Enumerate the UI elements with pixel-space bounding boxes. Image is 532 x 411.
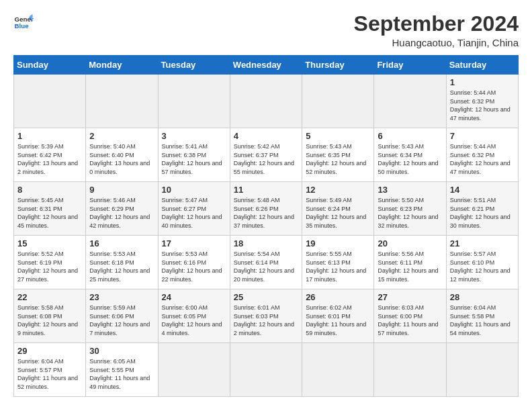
day-info: Sunrise: 5:52 AMSunset: 6:19 PMDaylight:… (17, 250, 82, 283)
calendar-cell (302, 343, 374, 397)
calendar-cell (446, 343, 518, 397)
day-info: Sunrise: 5:56 AMSunset: 6:11 PMDaylight:… (378, 250, 442, 283)
day-info: Sunrise: 5:45 AMSunset: 6:31 PMDaylight:… (17, 196, 82, 230)
calendar-cell: 6 Sunrise: 5:43 AMSunset: 6:34 PMDayligh… (374, 128, 446, 182)
day-info: Sunrise: 5:53 AMSunset: 6:16 PMDaylight:… (162, 250, 226, 283)
day-number: 5 (306, 131, 370, 141)
weekday-header: Saturday (446, 56, 518, 75)
weekday-header: Thursday (302, 56, 374, 75)
day-number: 28 (450, 292, 515, 302)
calendar-cell: 12 Sunrise: 5:49 AMSunset: 6:24 PMDaylig… (302, 182, 374, 236)
day-info: Sunrise: 6:00 AMSunset: 6:05 PMDaylight:… (162, 304, 226, 337)
weekday-header: Tuesday (158, 56, 230, 75)
calendar-cell (158, 75, 230, 128)
calendar-cell: 26 Sunrise: 6:02 AMSunset: 6:01 PMDaylig… (302, 289, 374, 343)
day-number: 12 (306, 185, 370, 195)
day-number: 23 (89, 292, 154, 302)
title-block: September 2024 Huangcaotuo, Tianjin, Chi… (354, 12, 519, 48)
day-info: Sunrise: 5:47 AMSunset: 6:27 PMDaylight:… (162, 196, 226, 230)
calendar-cell: 16 Sunrise: 5:53 AMSunset: 6:18 PMDaylig… (86, 236, 158, 289)
day-number: 13 (378, 185, 442, 195)
month-title: September 2024 (354, 12, 519, 36)
calendar-cell (14, 75, 86, 128)
header-row: SundayMondayTuesdayWednesdayThursdayFrid… (14, 56, 519, 75)
day-number: 25 (234, 292, 298, 302)
day-number: 27 (378, 292, 442, 302)
day-info: Sunrise: 5:42 AMSunset: 6:37 PMDaylight:… (234, 142, 298, 176)
calendar-cell: 5 Sunrise: 5:43 AMSunset: 6:35 PMDayligh… (302, 128, 374, 182)
day-number: 30 (89, 346, 154, 356)
day-number: 8 (17, 185, 82, 195)
weekday-header: Sunday (14, 56, 86, 75)
day-info: Sunrise: 5:50 AMSunset: 6:23 PMDaylight:… (378, 196, 442, 230)
calendar-cell: 14 Sunrise: 5:51 AMSunset: 6:21 PMDaylig… (446, 182, 518, 236)
calendar-cell (230, 343, 302, 397)
day-info: Sunrise: 5:44 AMSunset: 6:32 PMDaylight:… (450, 142, 515, 176)
logo: General Blue (13, 12, 34, 32)
calendar-table: SundayMondayTuesdayWednesdayThursdayFrid… (13, 55, 519, 397)
day-info: Sunrise: 5:54 AMSunset: 6:14 PMDaylight:… (234, 250, 298, 283)
calendar-cell: 11 Sunrise: 5:48 AMSunset: 6:26 PMDaylig… (230, 182, 302, 236)
day-number: 17 (162, 238, 226, 248)
calendar-cell: 28 Sunrise: 6:04 AMSunset: 5:58 PMDaylig… (446, 289, 518, 343)
day-info: Sunrise: 5:46 AMSunset: 6:29 PMDaylight:… (89, 196, 154, 230)
calendar-cell: 29 Sunrise: 6:04 AMSunset: 5:57 PMDaylig… (14, 343, 86, 397)
day-info: Sunrise: 5:44 AMSunset: 6:32 PMDaylight:… (450, 89, 515, 122)
day-number: 18 (234, 238, 298, 248)
calendar-cell: 10 Sunrise: 5:47 AMSunset: 6:27 PMDaylig… (158, 182, 230, 236)
day-number: 19 (306, 238, 370, 248)
day-info: Sunrise: 5:39 AMSunset: 6:42 PMDaylight:… (17, 142, 82, 176)
day-number: 2 (89, 131, 154, 141)
day-info: Sunrise: 5:49 AMSunset: 6:24 PMDaylight:… (306, 196, 370, 230)
calendar-cell (374, 343, 446, 397)
day-info: Sunrise: 5:58 AMSunset: 6:08 PMDaylight:… (17, 304, 82, 337)
day-info: Sunrise: 6:05 AMSunset: 5:55 PMDaylight:… (89, 357, 154, 391)
day-info: Sunrise: 5:43 AMSunset: 6:34 PMDaylight:… (378, 142, 442, 176)
calendar-cell: 21 Sunrise: 5:57 AMSunset: 6:10 PMDaylig… (446, 236, 518, 289)
day-number: 29 (17, 346, 82, 356)
day-info: Sunrise: 5:48 AMSunset: 6:26 PMDaylight:… (234, 196, 298, 230)
day-info: Sunrise: 6:02 AMSunset: 6:01 PMDaylight:… (306, 304, 370, 337)
day-number: 1 (450, 77, 515, 87)
calendar-cell (86, 75, 158, 128)
calendar-cell: 8 Sunrise: 5:45 AMSunset: 6:31 PMDayligh… (14, 182, 86, 236)
weekday-header: Friday (374, 56, 446, 75)
svg-text:Blue: Blue (15, 22, 30, 30)
day-info: Sunrise: 6:04 AMSunset: 5:57 PMDaylight:… (17, 357, 82, 391)
calendar-cell: 22 Sunrise: 5:58 AMSunset: 6:08 PMDaylig… (14, 289, 86, 343)
day-number: 7 (450, 131, 515, 141)
calendar-cell: 24 Sunrise: 6:00 AMSunset: 6:05 PMDaylig… (158, 289, 230, 343)
calendar-cell (374, 75, 446, 128)
calendar-cell: 3 Sunrise: 5:41 AMSunset: 6:38 PMDayligh… (158, 128, 230, 182)
day-number: 11 (234, 185, 298, 195)
calendar-week-row: 15 Sunrise: 5:52 AMSunset: 6:19 PMDaylig… (14, 236, 519, 289)
calendar-week-row: 8 Sunrise: 5:45 AMSunset: 6:31 PMDayligh… (14, 182, 519, 236)
calendar-week-row: 22 Sunrise: 5:58 AMSunset: 6:08 PMDaylig… (14, 289, 519, 343)
calendar-week-row: 29 Sunrise: 6:04 AMSunset: 5:57 PMDaylig… (14, 343, 519, 397)
day-number: 20 (378, 238, 442, 248)
weekday-header: Monday (86, 56, 158, 75)
calendar-cell (230, 75, 302, 128)
calendar-cell: 1 Sunrise: 5:39 AMSunset: 6:42 PMDayligh… (14, 128, 86, 182)
day-number: 15 (17, 238, 82, 248)
calendar-cell: 30 Sunrise: 6:05 AMSunset: 5:55 PMDaylig… (86, 343, 158, 397)
day-number: 14 (450, 185, 515, 195)
calendar-cell: 9 Sunrise: 5:46 AMSunset: 6:29 PMDayligh… (86, 182, 158, 236)
day-info: Sunrise: 5:51 AMSunset: 6:21 PMDaylight:… (450, 196, 515, 230)
day-number: 16 (89, 238, 154, 248)
day-number: 3 (162, 131, 226, 141)
calendar-cell: 4 Sunrise: 5:42 AMSunset: 6:37 PMDayligh… (230, 128, 302, 182)
day-number: 26 (306, 292, 370, 302)
day-number: 4 (234, 131, 298, 141)
day-info: Sunrise: 5:55 AMSunset: 6:13 PMDaylight:… (306, 250, 370, 283)
day-info: Sunrise: 5:53 AMSunset: 6:18 PMDaylight:… (89, 250, 154, 283)
day-info: Sunrise: 5:41 AMSunset: 6:38 PMDaylight:… (162, 142, 226, 176)
weekday-header: Wednesday (230, 56, 302, 75)
day-info: Sunrise: 6:01 AMSunset: 6:03 PMDaylight:… (234, 304, 298, 337)
calendar-week-row: 1 Sunrise: 5:44 AMSunset: 6:32 PMDayligh… (14, 75, 519, 128)
calendar-cell: 17 Sunrise: 5:53 AMSunset: 6:16 PMDaylig… (158, 236, 230, 289)
calendar-cell: 13 Sunrise: 5:50 AMSunset: 6:23 PMDaylig… (374, 182, 446, 236)
calendar-cell: 15 Sunrise: 5:52 AMSunset: 6:19 PMDaylig… (14, 236, 86, 289)
calendar-cell (158, 343, 230, 397)
header: General Blue September 2024 Huangcaotuo,… (13, 12, 519, 48)
